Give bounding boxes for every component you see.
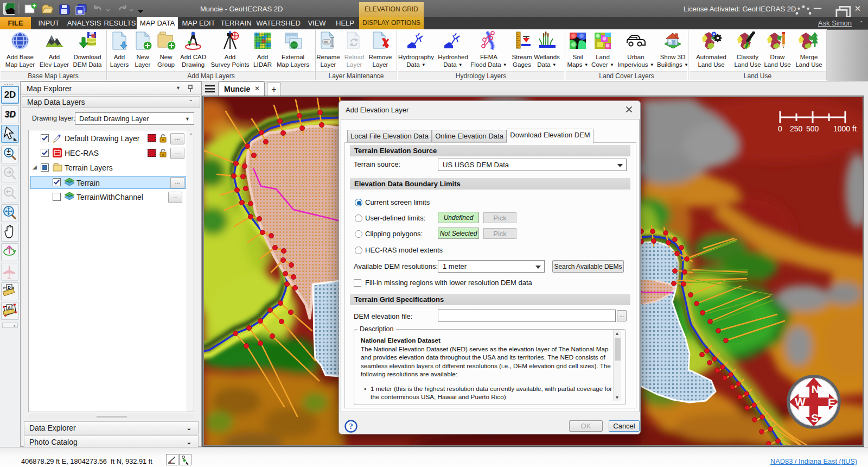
svg-text:250: 250 — [790, 124, 803, 133]
svg-text:S: S — [811, 412, 819, 424]
svg-text:?: ? — [349, 422, 353, 431]
svg-text:A: A — [8, 305, 11, 310]
svg-text:500: 500 — [806, 124, 819, 133]
svg-text:0: 0 — [778, 124, 782, 133]
svg-text:1000 ft: 1000 ft — [833, 124, 857, 133]
svg-text:W: W — [795, 395, 806, 408]
svg-text:N: N — [811, 383, 819, 395]
svg-text:E: E — [828, 396, 835, 408]
svg-text:D: D — [8, 285, 11, 290]
